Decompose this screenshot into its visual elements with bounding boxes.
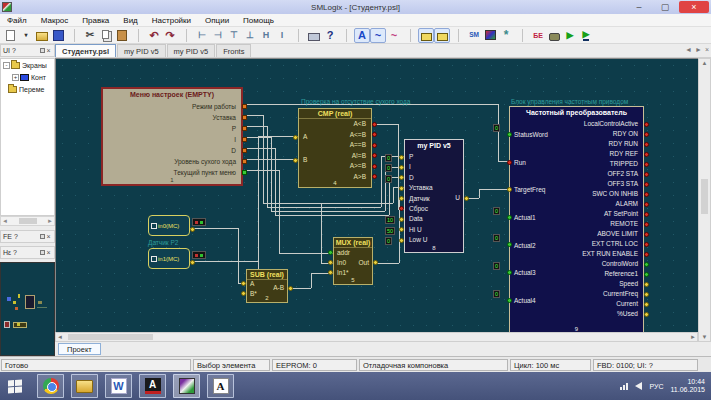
output-pin[interactable] bbox=[242, 104, 247, 109]
output-pin[interactable] bbox=[644, 262, 649, 267]
macro-block-button[interactable] bbox=[418, 28, 434, 43]
taskbar-app-smlogix[interactable] bbox=[173, 374, 200, 398]
canvas-h-scrollbar[interactable]: ◄► bbox=[55, 332, 698, 342]
input-pin[interactable] bbox=[507, 160, 512, 165]
network-icon[interactable] bbox=[620, 383, 628, 390]
snapshot-button[interactable] bbox=[546, 28, 562, 43]
output-pin[interactable] bbox=[644, 162, 649, 167]
sm-net-button[interactable]: SM bbox=[466, 28, 482, 43]
taskbar-app-word[interactable]: W bbox=[105, 374, 132, 398]
eeprom-button[interactable]: БЕ bbox=[530, 28, 546, 43]
output-pin[interactable] bbox=[644, 282, 649, 287]
input-pin[interactable] bbox=[399, 165, 404, 170]
taskbar-app-chrome[interactable] bbox=[37, 374, 64, 398]
input-pin[interactable] bbox=[399, 186, 404, 191]
settings-gear-button[interactable]: * bbox=[498, 28, 514, 43]
taskbar-app-a[interactable]: A bbox=[207, 374, 234, 398]
input-pin[interactable] bbox=[241, 291, 246, 296]
menu-item[interactable]: Вид bbox=[116, 16, 144, 25]
schema-minimap[interactable] bbox=[0, 262, 55, 356]
align-bottom-button[interactable]: ⊥ bbox=[242, 28, 258, 43]
toolbar-separator[interactable] bbox=[130, 28, 146, 43]
output-pin[interactable] bbox=[644, 312, 649, 317]
new-file-dropdown[interactable]: ▾ bbox=[18, 28, 34, 43]
close-panel-button[interactable]: × bbox=[45, 47, 52, 54]
output-pin[interactable] bbox=[242, 137, 247, 142]
output-pin[interactable] bbox=[242, 115, 247, 120]
output-pin[interactable] bbox=[644, 272, 649, 277]
output-pin[interactable] bbox=[242, 148, 247, 153]
close-panel-button[interactable]: × bbox=[45, 249, 52, 256]
toolbar-separator[interactable] bbox=[178, 28, 194, 43]
save-button[interactable] bbox=[50, 28, 66, 43]
input-pin[interactable] bbox=[507, 270, 512, 275]
input-pin[interactable] bbox=[293, 135, 298, 140]
tree-scrollbar[interactable]: ◄► bbox=[0, 216, 55, 226]
tree-expander[interactable]: - bbox=[3, 62, 10, 69]
clock[interactable]: 10:44 11.06.2015 bbox=[670, 378, 705, 394]
tree-item-peremennye[interactable]: Переме bbox=[1, 83, 54, 95]
menu-item[interactable]: Файл bbox=[0, 16, 34, 25]
input-pin[interactable] bbox=[399, 155, 404, 160]
text-label-button[interactable]: A bbox=[354, 28, 370, 43]
trend-button[interactable]: ~ bbox=[370, 28, 386, 43]
output-pin[interactable] bbox=[644, 182, 649, 187]
sub-block[interactable]: SUB (real) A B* A-B 2 bbox=[246, 269, 288, 303]
input-pin[interactable] bbox=[399, 217, 404, 222]
trend-archive-button[interactable]: ~ bbox=[386, 28, 402, 43]
menu-item[interactable]: Опции bbox=[198, 16, 236, 25]
close-panel-button[interactable]: × bbox=[45, 233, 52, 240]
mux-block[interactable]: MUX (real) addr In0 In1* Out 5 bbox=[333, 237, 373, 285]
cut-button[interactable]: ✂ bbox=[82, 28, 98, 43]
volume-icon[interactable] bbox=[635, 382, 642, 390]
align-right-button[interactable]: ⊣ bbox=[210, 28, 226, 43]
tab-my-pid-v5[interactable]: my PID v5 bbox=[117, 44, 166, 57]
checkbox-icon[interactable] bbox=[151, 256, 157, 262]
redo-button[interactable]: ↷ bbox=[162, 28, 178, 43]
output-pin[interactable] bbox=[644, 142, 649, 147]
input-pin[interactable] bbox=[399, 227, 404, 232]
distribute-v-button[interactable]: I bbox=[274, 28, 290, 43]
tree-scrollbar-thumb[interactable] bbox=[19, 218, 37, 224]
undo-button[interactable]: ↶ bbox=[146, 28, 162, 43]
output-pin[interactable] bbox=[190, 227, 195, 232]
menu-item[interactable]: Макрос bbox=[34, 16, 76, 25]
tab-scroll-left-button[interactable]: ◄ bbox=[685, 46, 692, 53]
output-pin[interactable] bbox=[372, 122, 377, 127]
input-pin[interactable] bbox=[507, 215, 512, 220]
open-file-button[interactable] bbox=[34, 28, 50, 43]
minimize-button[interactable]: – bbox=[627, 1, 651, 13]
input-pin[interactable] bbox=[328, 250, 333, 255]
output-pin[interactable] bbox=[372, 153, 377, 158]
input-bit-block-in0[interactable]: in0(MC) bbox=[148, 215, 190, 236]
pid-block[interactable]: my PID v5 0 P 0 I bbox=[404, 139, 464, 253]
help-button[interactable]: ? bbox=[322, 28, 338, 43]
output-pin[interactable] bbox=[372, 143, 377, 148]
output-pin[interactable] bbox=[464, 196, 469, 201]
toolbar-separator[interactable] bbox=[450, 28, 466, 43]
output-pin[interactable] bbox=[372, 132, 377, 137]
input-pin[interactable] bbox=[328, 270, 333, 275]
print-button[interactable] bbox=[306, 28, 322, 43]
output-pin[interactable] bbox=[644, 302, 649, 307]
toolbar-separator[interactable] bbox=[338, 28, 354, 43]
output-pin[interactable] bbox=[644, 222, 649, 227]
output-pin[interactable] bbox=[644, 152, 649, 157]
input-pin[interactable] bbox=[399, 175, 404, 180]
tab-scroll-right-button[interactable]: ► bbox=[695, 46, 702, 53]
tab-my-pid-v5-2[interactable]: my PID v5 bbox=[167, 44, 216, 57]
project-tab[interactable]: Проект bbox=[58, 343, 101, 355]
menu-item[interactable]: Помощь bbox=[236, 16, 281, 25]
tab-studentu-psl[interactable]: Студенту.psl bbox=[55, 44, 116, 57]
menu-item[interactable]: Настройки bbox=[145, 16, 198, 25]
tree-item-ekrany[interactable]: - Экраны bbox=[1, 59, 54, 71]
align-top-button[interactable]: ⊤ bbox=[226, 28, 242, 43]
input-pin[interactable] bbox=[507, 298, 512, 303]
toolbar-separator[interactable] bbox=[402, 28, 418, 43]
output-pin[interactable] bbox=[288, 286, 293, 291]
output-pin[interactable] bbox=[644, 202, 649, 207]
upload-run-button[interactable]: ▶ bbox=[578, 28, 594, 43]
output-pin[interactable] bbox=[190, 260, 195, 265]
input-bit-block-in1[interactable]: in1(MC) bbox=[148, 248, 190, 269]
macro-block-small-button[interactable] bbox=[434, 28, 450, 43]
